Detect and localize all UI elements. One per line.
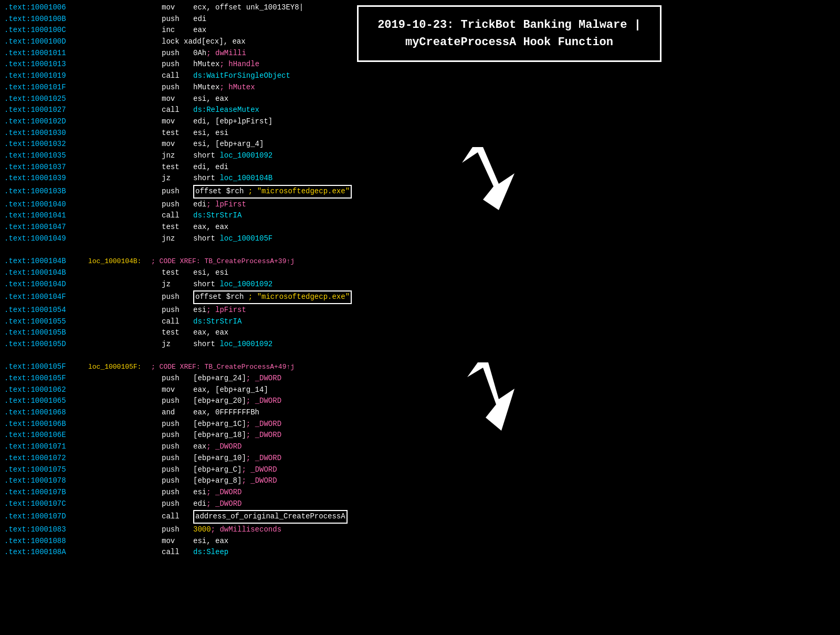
assembly-line: .text:10001032movesi, [ebp+arg_4] xyxy=(0,139,840,150)
operands: eax xyxy=(193,441,206,453)
mnemonic: push xyxy=(151,453,193,464)
assembly-line: .text:10001054pushesi ; lpFirst xyxy=(0,305,840,316)
mnemonic: call xyxy=(151,547,193,558)
arrow-1-icon xyxy=(457,142,530,210)
address: .text:10001040 xyxy=(4,199,88,211)
mnemonic: call xyxy=(151,210,193,222)
address: .text:1000100C xyxy=(4,25,88,36)
assembly-line: .text:1000101FpushhMutex ; hMutex xyxy=(0,82,840,93)
address: .text:1000101F xyxy=(4,82,88,93)
assembly-line: .text:1000106Bpush[ebp+arg_1C] ; _DWORD xyxy=(0,419,840,430)
assembly-line: .text:10001039jzshort loc_1000104B xyxy=(0,173,840,184)
mnemonic: jz xyxy=(151,173,193,184)
comment: ; _DWORD xyxy=(246,430,281,441)
mnemonic: push xyxy=(151,395,193,407)
assembly-line: .text:10001035jnzshort loc_10001092 xyxy=(0,150,840,162)
mnemonic: push xyxy=(151,464,193,476)
operands: address_of_original_CreateProcessA xyxy=(195,512,345,521)
svg-marker-1 xyxy=(467,362,514,431)
operands: [ecx], eax xyxy=(202,36,246,48)
address: .text:10001030 xyxy=(4,128,88,139)
assembly-line: .text:1000105Djzshort loc_10001092 xyxy=(0,339,840,350)
comment: ; dwMilli xyxy=(206,48,246,59)
operands: 3000 xyxy=(193,524,211,536)
assembly-line: .text:10001047testeax, eax xyxy=(0,222,840,233)
operands: edi xyxy=(193,14,206,25)
mnemonic: lock xadd xyxy=(151,36,202,48)
address: .text:1000106B xyxy=(4,419,88,430)
operands: ds:ReleaseMutex xyxy=(193,105,259,116)
comment: ; lpFirst xyxy=(206,305,246,316)
mnemonic: push xyxy=(151,498,193,510)
assembly-line xyxy=(0,244,840,256)
address: .text:10001039 xyxy=(4,173,88,184)
operands: ds:WaitForSingleObject xyxy=(193,70,290,82)
address: .text:1000105D xyxy=(4,339,88,350)
address: .text:10001027 xyxy=(4,105,88,116)
assembly-line: .text:1000103Bpushoffset $rch ; "microso… xyxy=(0,184,840,199)
operands: esi, esi xyxy=(193,128,228,139)
operands: short loc_1000104B xyxy=(193,173,272,184)
assembly-line: .text:1000104Bloc_1000104B: ; CODE XREF:… xyxy=(0,256,840,267)
operands: edi xyxy=(193,498,206,510)
comment: ; _DWORD xyxy=(242,464,277,476)
mnemonic: jz xyxy=(151,339,193,350)
address: .text:10001049 xyxy=(4,233,88,245)
address: .text:10001088 xyxy=(4,536,88,547)
operands: offset $rch xyxy=(195,187,244,195)
address: .text:10001006 xyxy=(4,2,88,14)
address: .text:10001013 xyxy=(4,59,88,70)
operands: eax, eax xyxy=(193,222,228,233)
xref-comment: ; CODE XREF: TB_CreateProcessA+49↑j xyxy=(151,362,295,372)
assembly-line: .text:10001030testesi, esi xyxy=(0,128,840,139)
address: .text:1000105F xyxy=(4,373,88,384)
address: .text:10001065 xyxy=(4,395,88,407)
mnemonic: mov xyxy=(151,139,193,150)
assembly-line: .text:1000105Fpush[ebp+arg_24] ; _DWORD xyxy=(0,373,840,384)
operands: offset $rch xyxy=(195,293,244,301)
mnemonic: push xyxy=(151,82,193,93)
address: .text:10001019 xyxy=(4,70,88,82)
mnemonic: test xyxy=(151,267,193,279)
assembly-line: .text:10001078push[ebp+arg_8] ; _DWORD xyxy=(0,475,840,487)
operands: eax, [ebp+arg_14] xyxy=(193,384,268,396)
address: .text:1000104F xyxy=(4,292,88,303)
assembly-lines: .text:10001006movecx, offset unk_10013EY… xyxy=(0,2,840,558)
operands: short loc_10001092 xyxy=(193,339,272,350)
address: .text:10001075 xyxy=(4,464,88,476)
assembly-line: .text:1000105Floc_1000105F: ; CODE XREF:… xyxy=(0,361,840,373)
mnemonic: push xyxy=(151,487,193,498)
operands: [ebp+arg_8] xyxy=(193,475,242,487)
highlighted-call: address_of_original_CreateProcessA xyxy=(193,510,348,524)
operands: [ebp+arg_C] xyxy=(193,464,242,476)
assembly-line: .text:10001071pusheax ; _DWORD xyxy=(0,441,840,453)
address: .text:1000107B xyxy=(4,487,88,498)
operands: esi, eax xyxy=(193,93,228,105)
assembly-line: .text:1000108Acallds:Sleep xyxy=(0,547,840,558)
mnemonic: push xyxy=(151,430,193,441)
assembly-line xyxy=(0,350,840,362)
loc-label: loc_1000105F: xyxy=(88,362,151,372)
assembly-line: .text:1000104Fpushoffset $rch ; "microso… xyxy=(0,290,840,305)
assembly-line: .text:10001041callds:StrStrIA xyxy=(0,210,840,222)
assembly-line: .text:10001065push[ebp+arg_20] ; _DWORD xyxy=(0,395,840,407)
mnemonic: mov xyxy=(151,2,193,14)
address: .text:1000102D xyxy=(4,116,88,128)
assembly-line: .text:10001019callds:WaitForSingleObject xyxy=(0,70,840,82)
operands: hMutex xyxy=(193,59,219,70)
address: .text:10001068 xyxy=(4,407,88,419)
mnemonic: mov xyxy=(151,93,193,105)
comment: ; hMutex xyxy=(219,82,255,93)
loc-label: loc_1000104B: xyxy=(88,256,151,267)
address: .text:10001083 xyxy=(4,524,88,536)
comment: ; _DWORD xyxy=(246,395,281,407)
highlighted-instruction: offset $rch ; "microsoftedgecp.exe" xyxy=(193,185,352,199)
mnemonic: push xyxy=(151,48,193,59)
mnemonic: jnz xyxy=(151,233,193,245)
mnemonic: jnz xyxy=(151,150,193,162)
assembly-line: .text:10001075push[ebp+arg_C] ; _DWORD xyxy=(0,464,840,476)
address: .text:10001011 xyxy=(4,48,88,59)
mnemonic: push xyxy=(151,475,193,487)
address: .text:1000100B xyxy=(4,14,88,25)
highlighted-instruction-2: offset $rch ; "microsoftedgecp.exe" xyxy=(193,290,352,304)
